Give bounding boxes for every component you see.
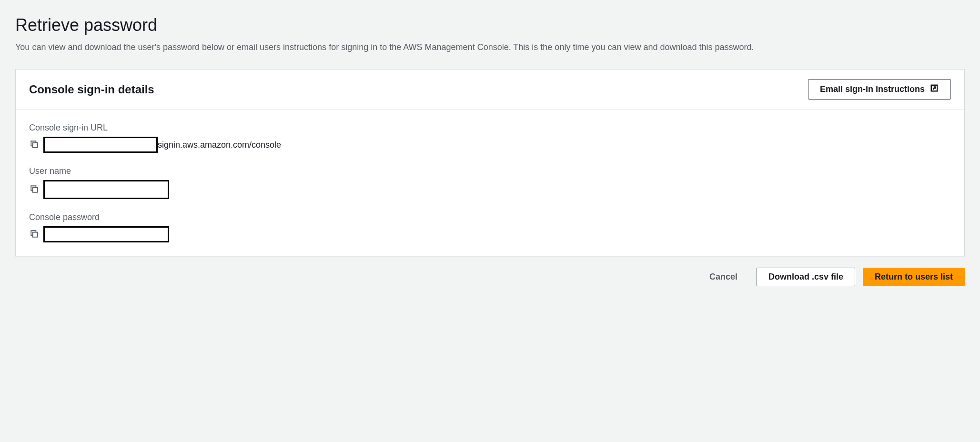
- copy-password-button[interactable]: [29, 229, 40, 241]
- field-label-signin-url: Console sign-in URL: [29, 123, 951, 133]
- email-instructions-label: Email sign-in instructions: [820, 84, 925, 94]
- copy-username-button[interactable]: [29, 184, 40, 196]
- copy-icon: [30, 185, 39, 195]
- svg-rect-0: [33, 142, 38, 147]
- field-value-username: [29, 180, 951, 199]
- field-label-password: Console password: [29, 212, 951, 222]
- copy-icon: [30, 230, 39, 240]
- redacted-signin-url-prefix: [43, 137, 158, 153]
- page-title: Retrieve password: [15, 15, 965, 35]
- cancel-button[interactable]: Cancel: [698, 268, 749, 286]
- field-value-signin-url: signin.aws.amazon.com/console: [29, 137, 951, 153]
- svg-rect-1: [33, 187, 38, 192]
- signin-url-suffix: signin.aws.amazon.com/console: [158, 140, 281, 150]
- external-link-icon: [929, 83, 939, 95]
- footer-actions: Cancel Download .csv file Return to user…: [15, 268, 965, 286]
- field-signin-url: Console sign-in URL signin.aws.amazon.co…: [29, 123, 951, 153]
- field-label-username: User name: [29, 166, 951, 176]
- email-instructions-button[interactable]: Email sign-in instructions: [808, 79, 951, 100]
- download-csv-button[interactable]: Download .csv file: [757, 268, 855, 286]
- signin-details-panel: Console sign-in details Email sign-in in…: [15, 69, 965, 256]
- field-password: Console password: [29, 212, 951, 242]
- panel-title: Console sign-in details: [29, 83, 154, 96]
- return-users-list-button[interactable]: Return to users list: [863, 268, 965, 286]
- field-value-password: [29, 226, 951, 242]
- copy-icon: [30, 140, 39, 150]
- page-description: You can view and download the user's pas…: [15, 41, 965, 54]
- svg-rect-2: [33, 232, 38, 237]
- redacted-password: [43, 226, 169, 242]
- field-username: User name: [29, 166, 951, 199]
- panel-header: Console sign-in details Email sign-in in…: [16, 70, 964, 110]
- panel-body: Console sign-in URL signin.aws.amazon.co…: [16, 110, 964, 256]
- copy-signin-url-button[interactable]: [29, 139, 40, 151]
- redacted-username: [43, 180, 169, 199]
